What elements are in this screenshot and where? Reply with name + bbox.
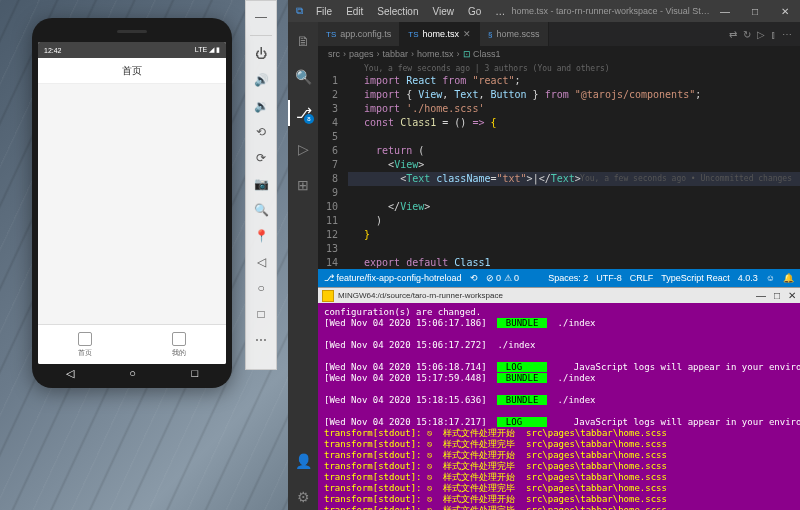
code-line-1[interactable]: import React from "react"; xyxy=(348,74,800,88)
phone-content-area[interactable] xyxy=(38,84,226,324)
menu-selection[interactable]: Selection xyxy=(371,6,424,17)
vscode-editor[interactable]: 1234567891011121314 You, a few seconds a… xyxy=(318,62,800,269)
emu-back-icon[interactable]: ◁ xyxy=(251,252,271,272)
emu-volume-up-icon[interactable]: 🔊 xyxy=(251,70,271,90)
tab-home-tsx[interactable]: TShome.tsx✕ xyxy=(400,22,480,46)
emu-location-icon[interactable]: 📍 xyxy=(251,226,271,246)
emu-minimize-icon[interactable]: — xyxy=(251,7,271,27)
term-close-button[interactable]: ✕ xyxy=(788,290,796,301)
breadcrumb-seg[interactable]: pages xyxy=(349,49,374,59)
terminal-titlebar[interactable]: MINGW64:/d/source/taro-rn-runner-workspa… xyxy=(318,287,800,303)
breadcrumb-seg[interactable]: ⊡ Class1 xyxy=(463,49,501,59)
status-version[interactable]: 4.0.3 xyxy=(738,273,758,283)
menu-view[interactable]: View xyxy=(427,6,461,17)
code-line-7[interactable]: <View> xyxy=(348,158,800,172)
emu-overview-icon[interactable]: □ xyxy=(251,304,271,324)
status-problems[interactable]: ⊘ 0 ⚠ 0 xyxy=(486,273,520,283)
breadcrumb-seg[interactable]: src xyxy=(328,49,340,59)
activity-explorer-icon[interactable]: 🗎 xyxy=(288,28,318,54)
phone-app-header: 首页 xyxy=(38,58,226,84)
activity-search-icon[interactable]: 🔍 xyxy=(288,64,318,90)
breadcrumb-seg[interactable]: tabbar xyxy=(383,49,409,59)
status-branch[interactable]: ⎇ feature/fix-app-config-hotreload xyxy=(324,273,462,283)
emu-home-icon[interactable]: ○ xyxy=(251,278,271,298)
menu-…[interactable]: … xyxy=(489,6,511,17)
emu-zoom-in-icon[interactable]: 🔍 xyxy=(251,200,271,220)
tab-app-config-ts[interactable]: TSapp.config.ts xyxy=(318,22,400,46)
activity-account-icon[interactable]: 👤 xyxy=(288,448,318,474)
tab-close-icon[interactable]: ✕ xyxy=(463,29,471,39)
tab-mine-label: 我的 xyxy=(172,348,186,358)
editor-code[interactable]: You, a few seconds ago | 3 authors (You … xyxy=(348,62,800,269)
activity-extensions-icon[interactable]: ⊞ xyxy=(288,172,318,198)
vscode-window-title: home.tsx - taro-rn-runner-workspace - Vi… xyxy=(511,6,710,16)
code-lens[interactable]: You, a few seconds ago | 3 authors (You … xyxy=(348,62,800,74)
status-spaces[interactable]: Spaces: 2 xyxy=(548,273,588,283)
tab-home-label: 首页 xyxy=(78,348,92,358)
window-maximize-button[interactable]: □ xyxy=(740,6,770,17)
nav-back-icon[interactable]: ◁ xyxy=(66,367,74,380)
status-eol[interactable]: CRLF xyxy=(630,273,654,283)
window-close-button[interactable]: ✕ xyxy=(770,6,800,17)
inline-blame: You, a few seconds ago • Uncommitted cha… xyxy=(580,172,792,186)
phone-tab-mine[interactable]: 我的 xyxy=(132,325,226,364)
code-line-3[interactable]: import './home.scss' xyxy=(348,102,800,116)
term-max-button[interactable]: □ xyxy=(774,290,780,301)
nav-home-icon[interactable]: ○ xyxy=(129,367,136,379)
status-lang[interactable]: TypeScript React xyxy=(661,273,730,283)
split-icon[interactable]: ⫿ xyxy=(771,29,776,40)
code-line-4[interactable]: const Class1 = () => { xyxy=(348,116,800,130)
phone-emulator: 12:42 LTE ◢ ▮ 首页 首页 我的 ◁ ○ □ xyxy=(32,18,232,388)
tab-mine-icon xyxy=(172,332,186,346)
term-min-button[interactable]: — xyxy=(756,290,766,301)
status-encoding[interactable]: UTF-8 xyxy=(596,273,622,283)
status-sync-icon[interactable]: ⟲ xyxy=(470,273,478,283)
code-line-10[interactable]: </View> xyxy=(348,200,800,214)
run-icon[interactable]: ▷ xyxy=(757,29,765,40)
tab-home-scss[interactable]: §home.scss xyxy=(480,22,548,46)
code-line-12[interactable]: } xyxy=(348,228,800,242)
window-minimize-button[interactable]: — xyxy=(710,6,740,17)
code-line-2[interactable]: import { View, Text, Button } from "@tar… xyxy=(348,88,800,102)
terminal-line: transform[stdout]: ⎋ 样式文件处理开始 src\pages\… xyxy=(324,472,794,483)
phone-tab-home[interactable]: 首页 xyxy=(38,325,132,364)
activity-scm-icon[interactable]: ⎇8 xyxy=(288,100,318,126)
phone-screen[interactable]: 12:42 LTE ◢ ▮ 首页 首页 我的 xyxy=(38,42,226,364)
emu-volume-down-icon[interactable]: 🔉 xyxy=(251,96,271,116)
compare-icon[interactable]: ⇄ xyxy=(729,29,737,40)
code-line-13[interactable] xyxy=(348,242,800,256)
activity-debug-icon[interactable]: ▷ xyxy=(288,136,318,162)
emu-rotate-left-icon[interactable]: ⟲ xyxy=(251,122,271,142)
tab-label: home.scss xyxy=(496,29,539,39)
menu-edit[interactable]: Edit xyxy=(340,6,369,17)
phone-speaker xyxy=(117,30,147,33)
nav-recent-icon[interactable]: □ xyxy=(192,367,199,379)
vscode-breadcrumb[interactable]: src › pages › tabbar › home.tsx › ⊡ Clas… xyxy=(318,46,800,62)
code-line-8[interactable]: <Text className="txt">|</Text>You, a few… xyxy=(348,172,800,186)
emu-camera-icon[interactable]: 📷 xyxy=(251,174,271,194)
menu-file[interactable]: File xyxy=(310,6,338,17)
phone-status-icons: LTE ◢ ▮ xyxy=(195,46,220,54)
emu-rotate-right-icon[interactable]: ⟳ xyxy=(251,148,271,168)
terminal-line xyxy=(324,384,794,395)
code-line-9[interactable] xyxy=(348,186,800,200)
tab-label: app.config.ts xyxy=(340,29,391,39)
activity-settings-icon[interactable]: ⚙ xyxy=(288,484,318,510)
terminal-panel[interactable]: configuration(s) are changed.[Wed Nov 04… xyxy=(318,303,800,510)
status-bell-icon[interactable]: 🔔 xyxy=(783,273,794,283)
open-changes-icon[interactable]: ↻ xyxy=(743,29,751,40)
code-line-6[interactable]: return ( xyxy=(348,144,800,158)
emu-more-icon[interactable]: ⋯ xyxy=(251,330,271,350)
terminal-line: [Wed Nov 04 2020 15:06:18.714] LOG JavaS… xyxy=(324,362,794,373)
more-icon[interactable]: ⋯ xyxy=(782,29,792,40)
code-line-5[interactable] xyxy=(348,130,800,144)
status-feedback-icon[interactable]: ☺ xyxy=(766,273,775,283)
vscode-statusbar: ⎇ feature/fix-app-config-hotreload ⟲ ⊘ 0… xyxy=(318,269,800,287)
code-line-11[interactable]: ) xyxy=(348,214,800,228)
breadcrumb-seg[interactable]: home.tsx xyxy=(417,49,454,59)
terminal-line: transform[stdout]: ⎋ 样式文件处理完毕 src\pages\… xyxy=(324,483,794,494)
code-line-14[interactable]: export default Class1 xyxy=(348,256,800,269)
terminal-line: configuration(s) are changed. xyxy=(324,307,794,318)
emu-power-icon[interactable]: ⏻ xyxy=(251,44,271,64)
menu-go[interactable]: Go xyxy=(462,6,487,17)
